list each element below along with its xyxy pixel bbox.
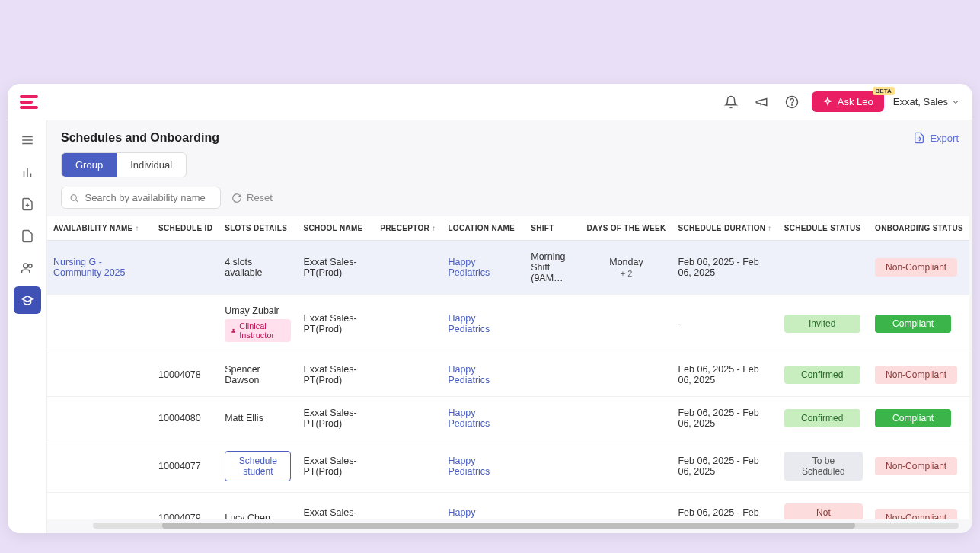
col-duration[interactable]: SCHEDULE DURATION↑	[672, 216, 777, 241]
search-input[interactable]	[85, 192, 212, 203]
col-shift[interactable]: SHIFT	[525, 216, 580, 241]
table-wrap[interactable]: AVAILABILITY NAME↑ SCHEDULE ID SLOTS DET…	[47, 216, 969, 519]
ask-leo-button[interactable]: Ask Leo BETA	[812, 91, 884, 112]
schedule-status: Confirmed	[778, 397, 869, 440]
search-box[interactable]	[61, 187, 221, 209]
sparkle-icon	[822, 97, 833, 107]
onboarding-status: Non-Compliant	[869, 353, 969, 397]
col-days[interactable]: DAYS OF THE WEEK	[581, 216, 672, 241]
preceptor	[374, 440, 442, 493]
export-button[interactable]: Export	[913, 132, 959, 144]
availability-name[interactable]: Nursing G - Community 2025	[53, 257, 126, 278]
onboarding-status: Non-Compliant	[869, 241, 969, 295]
days	[581, 295, 672, 353]
school-name: Exxat Sales-PT(Prod)	[297, 295, 374, 353]
schedule-status: Invited	[778, 295, 869, 353]
table-row: Umay ZubairClinical InstructorExxat Sale…	[47, 295, 969, 353]
slots-cell: 4 slots available	[219, 241, 297, 295]
location-link[interactable]: Happy Pediatrics	[448, 408, 490, 429]
user-menu[interactable]: Exxat, Sales	[893, 96, 960, 107]
users-icon[interactable]	[14, 254, 41, 282]
duration: Feb 06, 2025 - Feb 06, 2025	[672, 397, 777, 440]
reset-button[interactable]: Reset	[231, 192, 273, 203]
chart-icon[interactable]	[14, 158, 41, 186]
file-icon[interactable]	[14, 222, 41, 250]
role-chip: Clinical Instructor	[225, 319, 291, 342]
svg-point-10	[23, 264, 27, 268]
slots-text: Lucy Chen	[225, 513, 291, 519]
schedule-id: 10004077	[152, 440, 219, 493]
location-link[interactable]: Happy Pediatrics	[448, 364, 490, 385]
topbar: Ask Leo BETA Exxat, Sales	[8, 84, 972, 120]
schedules-table: AVAILABILITY NAME↑ SCHEDULE ID SLOTS DET…	[47, 216, 969, 519]
svg-point-11	[28, 264, 32, 268]
refresh-icon	[231, 193, 242, 203]
col-preceptor[interactable]: PRECEPTOR↑	[374, 216, 442, 241]
export-icon	[913, 132, 925, 144]
help-icon[interactable]	[781, 91, 803, 113]
shift	[525, 295, 580, 353]
horizontal-scrollbar[interactable]	[93, 523, 959, 529]
preceptor	[374, 493, 442, 520]
table-row: 10004080Matt EllisExxat Sales-PT(Prod)Ha…	[47, 397, 969, 440]
duration: Feb 06, 2025 - Feb 06, 2025	[672, 353, 777, 397]
content: Schedules and Onboarding Export Group In…	[47, 120, 972, 533]
duration: Feb 06, 2025 - Feb 06, 2025	[672, 440, 777, 493]
onboarding-status: Non-Compliant	[869, 493, 969, 520]
export-label: Export	[930, 133, 959, 144]
tab-individual[interactable]: Individual	[117, 153, 186, 177]
graduation-icon[interactable]	[14, 286, 41, 314]
slots-text: Umay Zubair	[225, 305, 291, 316]
col-onboard-status[interactable]: ONBOARDING STATUS	[869, 216, 969, 241]
file-plus-icon[interactable]	[14, 190, 41, 218]
days	[581, 353, 672, 397]
slots-cell: Matt Ellis	[219, 397, 297, 440]
slots-text: Matt Ellis	[225, 413, 291, 424]
slots-text: 4 slots available	[225, 257, 291, 278]
schedule-student-button[interactable]: Schedule student	[225, 451, 291, 481]
sidenav	[8, 120, 47, 533]
col-availability[interactable]: AVAILABILITY NAME↑	[47, 216, 152, 241]
status-badge: Non-Compliant	[875, 366, 957, 384]
table-row: 10004077Schedule studentExxat Sales-PT(P…	[47, 440, 969, 493]
col-location[interactable]: LOCATION NAME	[442, 216, 525, 241]
app-frame: Ask Leo BETA Exxat, Sales Schedules and …	[8, 84, 972, 533]
status-badge: Not Confirmed	[784, 503, 863, 519]
location-link[interactable]: Happy Pediatrics	[448, 456, 490, 477]
status-badge: Confirmed	[784, 366, 860, 384]
menu-icon[interactable]	[14, 126, 41, 154]
bell-icon[interactable]	[720, 91, 742, 113]
col-schedule-id[interactable]: SCHEDULE ID	[152, 216, 219, 241]
school-name: Exxat Sales-PT(Prod)	[297, 493, 374, 520]
location-link[interactable]: Happy Pediatrics	[448, 507, 490, 519]
location-link[interactable]: Happy Pediatrics	[448, 257, 490, 278]
preceptor	[374, 241, 442, 295]
schedule-id	[152, 295, 219, 353]
school-name: Exxat Sales-PT(Prod)	[297, 440, 374, 493]
megaphone-icon[interactable]	[751, 91, 772, 113]
shift: Morning Shift (9AM…	[525, 241, 580, 295]
schedule-id: 10004079	[152, 493, 219, 520]
preceptor	[374, 397, 442, 440]
status-badge: Non-Compliant	[875, 457, 957, 475]
slots-cell: Lucy Chen	[219, 493, 297, 520]
location-link[interactable]: Happy Pediatrics	[448, 313, 490, 334]
scrollbar-thumb[interactable]	[162, 523, 855, 529]
slots-text: Spencer Dawson	[225, 364, 291, 385]
schedule-status: To be Scheduled	[778, 440, 869, 493]
schedule-id: 10004078	[152, 353, 219, 397]
duration: -	[672, 295, 777, 353]
sort-up-icon: ↑	[136, 224, 139, 232]
svg-point-1	[791, 104, 792, 105]
onboarding-status: Non-Compliant	[869, 440, 969, 493]
days	[581, 397, 672, 440]
shift	[525, 353, 580, 397]
shift	[525, 440, 580, 493]
tab-group[interactable]: Group	[62, 153, 117, 177]
col-school[interactable]: SCHOOL NAME	[297, 216, 374, 241]
col-sched-status[interactable]: SCHEDULE STATUS	[778, 216, 869, 241]
search-icon	[69, 193, 78, 203]
schedule-status: Not Confirmed	[778, 493, 869, 520]
col-slots[interactable]: SLOTS DETAILS	[219, 216, 297, 241]
status-badge: Compliant	[875, 315, 951, 333]
